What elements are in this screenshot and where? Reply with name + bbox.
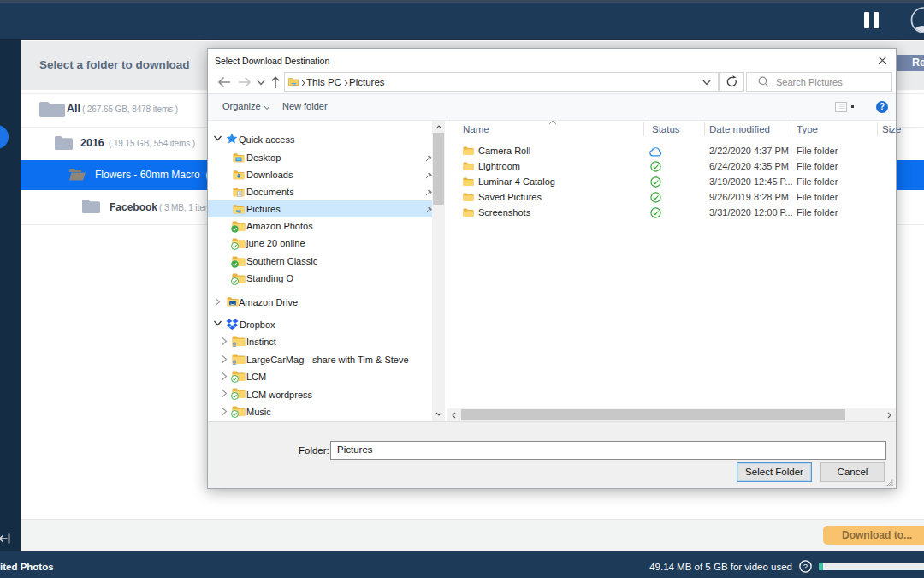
svg-text:?: ? [803, 562, 808, 571]
